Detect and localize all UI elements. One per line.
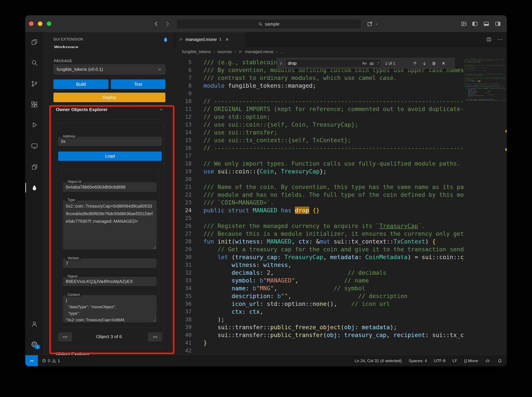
- code-line[interactable]: symbol: b"MANAGED", // name: [204, 277, 464, 285]
- toggle-sidebar-right-icon[interactable]: [495, 21, 501, 28]
- source-control-icon[interactable]: [25, 79, 43, 89]
- code-line[interactable]: // use sui::tx_context::{self, TxContext…: [204, 136, 464, 144]
- content-textarea[interactable]: { "dataType": "moveObject", "type": "0x2…: [63, 295, 156, 322]
- minimize-window-button[interactable]: [38, 21, 43, 26]
- breadcrumb-item[interactable]: fungible_tokens: [182, 49, 211, 54]
- search-icon[interactable]: [25, 58, 43, 68]
- code-line[interactable]: use sui::coin::{Coin, TreasuryCap};: [204, 167, 464, 175]
- explorer-icon[interactable]: [25, 37, 43, 47]
- language-mode[interactable]: {} Move: [464, 359, 478, 363]
- object-explorer-section-header[interactable]: Object Explorer: [56, 351, 164, 355]
- code-line[interactable]: ctx: ctx,: [204, 308, 464, 316]
- indentation-status[interactable]: Spaces: 4: [409, 359, 427, 363]
- close-tab-icon[interactable]: ✕: [225, 37, 229, 42]
- split-editor-icon[interactable]: [486, 37, 492, 42]
- code-line[interactable]: /// Register the managed currency to acq…: [204, 222, 464, 230]
- accounts-icon[interactable]: [25, 319, 43, 329]
- workspace-section-header[interactable]: Workspace: [54, 44, 78, 48]
- close-window-button[interactable]: [29, 21, 34, 26]
- find-input[interactable]: [286, 61, 355, 66]
- code-line[interactable]: // -------------------------------------…: [464, 71, 505, 72]
- settings-gear-icon[interactable]: 1: [25, 339, 43, 350]
- extensions-icon[interactable]: [25, 99, 43, 110]
- code-line[interactable]: icon_url: std::option::none(), // icon u…: [204, 300, 464, 308]
- code-line[interactable]: /// Because this is a module initializer…: [204, 230, 464, 238]
- breadcrumb-item[interactable]: …: [280, 49, 284, 54]
- code-line[interactable]: decimals: 2, // decimals: [204, 269, 464, 277]
- minimap[interactable]: /// (e.g., stablecoin)/// By convention,…: [464, 58, 505, 355]
- code-line[interactable]: /// `COIN<MANAGED>`.: [204, 199, 464, 206]
- breadcrumb-item[interactable]: managed.move: [245, 49, 273, 54]
- eol-status[interactable]: LF: [452, 359, 457, 363]
- tab-managed-move[interactable]: managed.move 1 ✕: [175, 32, 245, 47]
- remote-explorer-icon[interactable]: [25, 141, 43, 151]
- code-line[interactable]: witness: witness,: [204, 261, 464, 269]
- code-line[interactable]: }: [204, 339, 464, 347]
- encoding-status[interactable]: UTF-8: [434, 359, 446, 363]
- notifications-bell-icon[interactable]: [497, 358, 502, 363]
- regex-icon[interactable]: .*: [377, 61, 379, 66]
- code-line[interactable]: [204, 214, 464, 222]
- code-line[interactable]: name: b"MNG", // symbol: [204, 285, 464, 292]
- references-icon[interactable]: [25, 162, 43, 172]
- code-line[interactable]: [204, 175, 464, 183]
- code-line[interactable]: // Get a treasury cap for the coin and g…: [204, 245, 464, 253]
- code-line[interactable]: sui::transfer::public_transfer(obj: trea…: [464, 100, 505, 101]
- code-line[interactable]: /// contrast to ordinary modules, which …: [204, 74, 464, 82]
- build-button[interactable]: Build: [53, 80, 108, 89]
- copilot-icon[interactable]: [485, 358, 490, 363]
- test-button[interactable]: Test: [111, 80, 165, 89]
- next-object-button[interactable]: >>: [148, 333, 162, 341]
- close-find-widget-icon[interactable]: ✕: [439, 60, 447, 67]
- forward-arrow-icon[interactable]: [164, 21, 171, 27]
- code-line[interactable]: [204, 347, 464, 354]
- type-textarea[interactable]: 0x2::coin::TreasuryCap<0x8bf464d9ca80533…: [63, 200, 156, 249]
- new-window-icon[interactable]: [367, 21, 373, 28]
- code-line[interactable]: /// module and has no fields. The full t…: [204, 191, 464, 199]
- command-center-search[interactable]: sample: [176, 19, 361, 29]
- code-line[interactable]: // use sui::transfer;: [204, 129, 464, 136]
- code-line[interactable]: module fungible_tokens::managed;: [204, 82, 464, 90]
- match-case-icon[interactable]: Aa: [362, 61, 367, 66]
- zoom-window-button[interactable]: [47, 21, 51, 26]
- breadcrumb-item[interactable]: sources: [217, 49, 232, 54]
- chevron-down-icon[interactable]: [375, 22, 378, 27]
- code-line[interactable]: description: b"", // description: [204, 292, 464, 300]
- code-line[interactable]: /// Name of the coin. By convention, thi…: [204, 183, 464, 191]
- deploy-button[interactable]: Deploy: [53, 93, 165, 102]
- customize-layout-icon[interactable]: [461, 21, 467, 28]
- previous-match-icon[interactable]: [411, 60, 419, 67]
- code-line[interactable]: [464, 102, 505, 104]
- code-line[interactable]: // We only import types. Function calls …: [204, 160, 464, 167]
- next-match-icon[interactable]: [421, 60, 428, 67]
- code-editor[interactable]: 5678910111213141516171819202122232425262…: [173, 57, 507, 355]
- code-line[interactable]: // ORIGINAL IMPORTS (kept for reference;…: [204, 105, 464, 113]
- code-line[interactable]: fun init(witness: MANAGED, ctx: &mut sui…: [204, 238, 464, 245]
- run-debug-icon[interactable]: [25, 120, 43, 130]
- toggle-sidebar-left-icon[interactable]: [472, 21, 478, 28]
- code-line[interactable]: [204, 90, 464, 97]
- code-line[interactable]: sui::transfer::public_freeze_object(obj:…: [204, 323, 464, 331]
- code-line[interactable]: [204, 152, 464, 160]
- editor-actions-more-icon[interactable]: ⋯: [497, 36, 503, 43]
- back-arrow-icon[interactable]: [153, 21, 160, 27]
- load-button[interactable]: Load: [58, 152, 162, 161]
- remote-indicator[interactable]: ><: [25, 355, 38, 366]
- code-line[interactable]: // -------------------------------------…: [204, 97, 464, 105]
- code-line[interactable]: sui::transfer::public_transfer(obj: trea…: [204, 331, 464, 339]
- code-line[interactable]: );: [204, 316, 464, 323]
- code-line[interactable]: // use sui::coin::{self, Coin, TreasuryC…: [204, 121, 464, 129]
- code-line[interactable]: public struct MANAGED has drop {}: [204, 206, 464, 214]
- problems-indicator[interactable]: 0 1: [42, 359, 60, 363]
- toggle-panel-icon[interactable]: [483, 21, 489, 28]
- toggle-replace-chevron-icon[interactable]: [278, 61, 284, 66]
- package-select[interactable]: fungible_tokens (v0.0.1): [53, 64, 165, 74]
- sui-extension-icon[interactable]: [25, 182, 43, 193]
- whole-word-icon[interactable]: ab: [370, 61, 374, 66]
- cursor-position[interactable]: Ln 24, Col 31 (4 selected): [354, 359, 402, 363]
- code-line[interactable]: // use std::option;: [204, 113, 464, 121]
- owner-objects-section-header[interactable]: Owner Objects Explorer: [56, 107, 164, 112]
- find-in-selection-icon[interactable]: ≣: [430, 60, 438, 67]
- code-line[interactable]: let (treasury_cap: TreasuryCap, metadata…: [204, 253, 464, 261]
- code-line[interactable]: // -------------------------------------…: [204, 144, 464, 152]
